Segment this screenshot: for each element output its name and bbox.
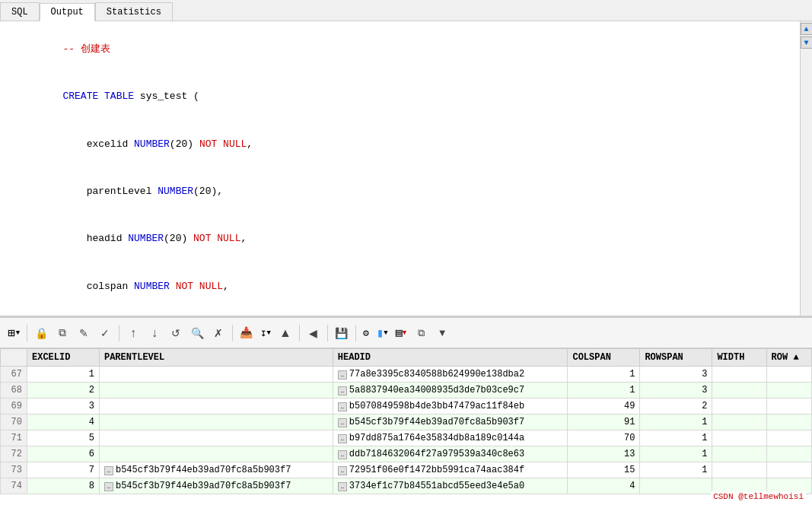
colspan-cell: 49 xyxy=(568,399,640,414)
export-arrow-icon: ▼ xyxy=(266,329,270,337)
sql-line-comment: -- 创建表 xyxy=(15,26,806,73)
cell-expand-btn[interactable]: … xyxy=(104,482,113,491)
bar-chart-btn[interactable]: ▮ ▼ xyxy=(374,323,391,343)
tab-sql[interactable]: SQL xyxy=(0,2,40,21)
grid-icon: ⊞ xyxy=(8,326,15,341)
header-row: EXCELID PARENTLEVEL HEADID COLSPAN ROWSP… xyxy=(1,349,812,367)
cell-expand-btn[interactable]: … xyxy=(338,466,347,475)
table-row[interactable]: 704…b545cf3b79f44eb39ad70fc8a5b903f7911 xyxy=(1,414,812,430)
table-row[interactable]: 682…5a8837940ea34008935d3de7b03ce9c713 xyxy=(1,383,812,399)
colspan-cell: 4 xyxy=(568,478,640,494)
dropdown-arrow-icon: ▼ xyxy=(16,329,20,337)
parentlevel-cell xyxy=(99,367,333,383)
sep-4 xyxy=(299,325,300,341)
excelid-cell: 2 xyxy=(27,383,100,399)
sql-line-7: rowspan NUMBER NOT NULL, xyxy=(15,310,806,318)
col-rownum xyxy=(1,349,27,367)
colspan-cell: 13 xyxy=(568,446,640,462)
col-colspan[interactable]: COLSPAN xyxy=(568,349,640,367)
import-btn[interactable]: 📥 xyxy=(237,324,256,341)
row-num-cell: 69 xyxy=(1,399,27,414)
sql-editor[interactable]: -- 创建表 CREATE TABLE sys_test ( excelid N… xyxy=(0,21,812,318)
filter-clear-btn[interactable]: ✗ xyxy=(209,323,228,343)
save-btn[interactable]: 💾 xyxy=(332,323,352,343)
cell-expand-btn[interactable]: … xyxy=(338,402,347,411)
col-excelid[interactable]: EXCELID xyxy=(27,349,100,367)
rowspan-cell xyxy=(640,478,712,494)
table-row[interactable]: 737…b545cf3b79f44eb39ad70fc8a5b903f7…729… xyxy=(1,462,812,478)
bar-chart-icon: ▮ xyxy=(377,326,384,341)
sep-6 xyxy=(355,325,356,341)
chart-settings-btn[interactable]: ⚙ xyxy=(360,325,372,341)
row-num-cell: 67 xyxy=(1,367,27,383)
export-icon: ↧ xyxy=(260,326,266,339)
width-cell xyxy=(712,462,766,478)
sort-desc-btn[interactable]: ↓ xyxy=(145,323,164,343)
row-num-cell: 68 xyxy=(1,383,27,399)
parentlevel-cell xyxy=(99,446,333,462)
cell-expand-btn[interactable]: … xyxy=(338,370,347,380)
grid-header: EXCELID PARENTLEVEL HEADID COLSPAN ROWSP… xyxy=(1,349,812,367)
table-row[interactable]: 715…b97dd875a1764e35834db8a189c0144a701 xyxy=(1,430,812,446)
headid-cell: …3734ef1c77b84551abcd55eed3e4e5a0 xyxy=(333,478,568,494)
excelid-cell: 6 xyxy=(27,446,100,462)
colspan-cell: 15 xyxy=(568,462,640,478)
rowspan-cell: 2 xyxy=(640,399,712,414)
sort-asc-btn[interactable]: ↑ xyxy=(123,323,143,343)
tabs-bar: SQL Output Statistics xyxy=(0,0,812,21)
grid-settings-btn[interactable]: ⊞ ▼ xyxy=(5,323,23,343)
table-row[interactable]: 748…b545cf3b79f44eb39ad70fc8a5b903f7…373… xyxy=(1,478,812,494)
tab-output[interactable]: Output xyxy=(40,3,95,21)
sep-1 xyxy=(27,325,27,341)
edit-btn[interactable]: ✎ xyxy=(74,323,94,343)
left-btn[interactable]: ◀ xyxy=(304,323,323,343)
parentlevel-cell xyxy=(99,414,333,430)
copy-sheet-btn[interactable]: ⧉ xyxy=(53,323,72,343)
width-cell xyxy=(712,430,766,446)
col-headid[interactable]: HEADID xyxy=(333,349,568,367)
check-btn[interactable]: ✓ xyxy=(95,323,115,343)
cell-expand-btn[interactable]: … xyxy=(338,434,347,443)
col-layout-btn[interactable]: ▤ ▼ xyxy=(393,323,409,342)
toolbar: ⊞ ▼ 🔒 ⧉ ✎ ✓ ↑ ↓ ↺ 🔍 ✗ 📥 ↧ ▼ ▲ ◀ 💾 ⚙ ▮ xyxy=(0,318,812,348)
width-cell xyxy=(712,399,766,414)
table-row[interactable]: 726…ddb7184632064f27a979539a340c8e63131 xyxy=(1,446,812,462)
copy2-btn[interactable]: ⧉ xyxy=(411,323,431,343)
col-width[interactable]: WIDTH xyxy=(712,349,766,367)
table-row[interactable]: 693…b5070849598b4de3bb47479ac11f84eb492 xyxy=(1,399,812,414)
parentlevel-cell xyxy=(99,399,333,414)
sql-line-6: colspan NUMBER NOT NULL, xyxy=(15,263,806,310)
upload-btn[interactable]: ▲ xyxy=(275,323,295,343)
cell-expand-btn[interactable]: … xyxy=(338,482,347,491)
row-cell xyxy=(766,446,811,462)
row-num-cell: 70 xyxy=(1,414,27,430)
col-parentlevel[interactable]: PARENTLEVEL xyxy=(99,349,333,367)
results-area[interactable]: EXCELID PARENTLEVEL HEADID COLSPAN ROWSP… xyxy=(0,348,812,505)
row-cell xyxy=(766,430,811,446)
export-btn[interactable]: ↧ ▼ xyxy=(257,324,274,341)
sql-line-4: parentLevel NUMBER(20), xyxy=(15,168,806,215)
lock-btn[interactable]: 🔒 xyxy=(31,323,51,343)
row-cell xyxy=(766,367,811,383)
cell-expand-btn[interactable]: … xyxy=(104,466,113,475)
col-row[interactable]: ROW ▲ xyxy=(766,349,811,367)
table-row[interactable]: 671…77a8e3395c8340588b624990e138dba213 xyxy=(1,367,812,383)
row-cell xyxy=(766,399,811,414)
cell-expand-btn[interactable]: … xyxy=(338,386,347,395)
cell-expand-btn[interactable]: … xyxy=(338,450,347,459)
sep-3 xyxy=(232,325,233,341)
parentlevel-cell xyxy=(99,430,333,446)
scroll-up-arrow[interactable]: ▲ xyxy=(801,23,813,35)
refresh-btn[interactable]: ↺ xyxy=(166,323,186,343)
filter-btn[interactable]: ▼ xyxy=(432,323,452,343)
tab-statistics[interactable]: Statistics xyxy=(95,2,173,21)
sql-line-2: CREATE TABLE sys_test ( xyxy=(15,73,806,120)
cell-expand-btn[interactable]: … xyxy=(338,418,347,427)
excelid-cell: 1 xyxy=(27,367,100,383)
col-rowspan[interactable]: ROWSPAN xyxy=(640,349,712,367)
scroll-down-arrow[interactable]: ▼ xyxy=(801,37,813,49)
search-btn[interactable]: 🔍 xyxy=(187,323,207,343)
width-cell xyxy=(712,446,766,462)
colspan-cell: 1 xyxy=(568,383,640,399)
row-num-cell: 71 xyxy=(1,430,27,446)
